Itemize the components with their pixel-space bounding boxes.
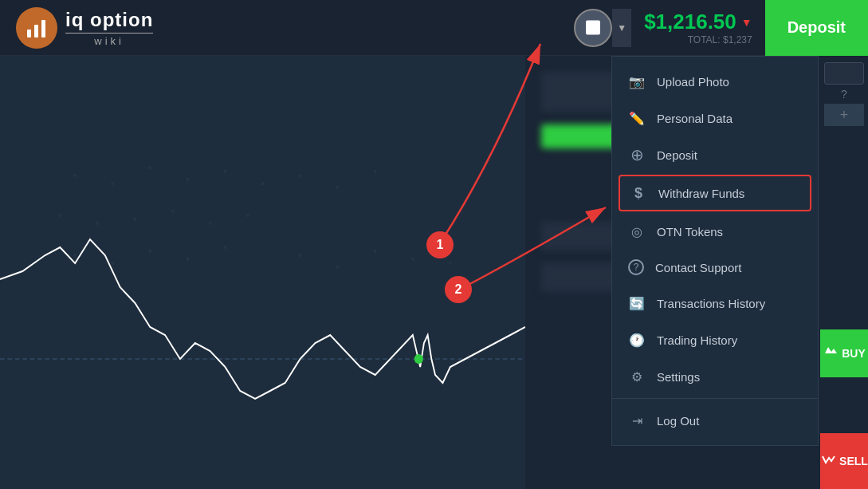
withdraw-funds-label: Withdraw Funds [658, 187, 744, 200]
deposit-label: Deposit [657, 148, 697, 162]
sell-button[interactable]: SELL [820, 433, 868, 489]
personal-data-label: Personal Data [657, 112, 732, 125]
svg-point-6 [148, 166, 151, 169]
buy-label: BUY [842, 347, 866, 360]
menu-item-otn-tokens[interactable]: ◎ OTN Tokens [612, 213, 818, 250]
header: iq option wiki ▼ $1,216.50 ▼ TOTAL: $1,2… [0, 0, 868, 56]
svg-point-30 [414, 354, 423, 364]
trading-history-icon: 🕐 [628, 331, 646, 349]
log-out-label: Log Out [657, 414, 699, 428]
balance-area[interactable]: $1,216.50 ▼ TOTAL: $1,237 [631, 10, 765, 45]
plus-button[interactable]: + [824, 104, 864, 126]
svg-point-8 [224, 170, 227, 173]
dropdown-divider [612, 398, 818, 399]
menu-item-withdraw-funds[interactable]: $ Withdraw Funds [619, 175, 811, 211]
annotation-circle-2: 2 [445, 276, 472, 303]
svg-point-17 [209, 222, 212, 225]
annotation-circle-1: 1 [426, 231, 454, 258]
deposit-icon: ⊕ [628, 146, 646, 164]
wiki-label: wiki [65, 33, 153, 47]
svg-point-26 [374, 250, 377, 253]
balance-amount: $1,216.50 ▼ [644, 10, 752, 34]
svg-point-23 [224, 246, 227, 249]
balance-total: TOTAL: $1,237 [688, 34, 752, 45]
logo-area: iq option wiki [16, 7, 153, 49]
contact-support-label: Contact Support [655, 261, 741, 274]
svg-point-16 [171, 210, 175, 213]
right-input[interactable] [824, 62, 864, 85]
svg-point-5 [111, 182, 114, 185]
menu-item-personal-data[interactable]: ✏️ Personal Data [612, 100, 818, 136]
transactions-history-label: Transactions History [657, 297, 765, 310]
withdraw-funds-icon: $ [630, 184, 647, 202]
otn-tokens-label: OTN Tokens [657, 225, 723, 239]
upload-photo-label: Upload Photo [657, 75, 729, 89]
svg-rect-3 [0, 56, 525, 489]
personal-data-icon: ✏️ [628, 109, 646, 127]
svg-rect-1 [34, 25, 38, 37]
transactions-history-icon: 🔄 [628, 294, 646, 312]
menu-item-trading-history[interactable]: 🕐 Trading History [612, 321, 818, 358]
settings-label: Settings [657, 370, 700, 384]
buy-button[interactable]: BUY [820, 329, 868, 377]
svg-point-15 [134, 218, 137, 221]
svg-point-27 [411, 258, 414, 261]
header-right: ▼ $1,216.50 ▼ TOTAL: $1,237 Deposit [574, 0, 868, 56]
right-panel: ? + BUY SELL [820, 56, 868, 489]
menu-item-log-out[interactable]: ⇥ Log Out [612, 402, 818, 439]
dropdown-menu: 📷 Upload Photo ✏️ Personal Data ⊕ Deposi… [611, 56, 819, 446]
balance-value: $1,216.50 [644, 10, 736, 34]
svg-point-20 [111, 262, 114, 265]
logo-text: iq option wiki [65, 9, 153, 47]
svg-point-18 [246, 214, 249, 217]
svg-point-7 [186, 178, 189, 181]
otn-tokens-icon: ◎ [628, 223, 646, 240]
svg-point-28 [449, 262, 452, 265]
menu-item-transactions-history[interactable]: 🔄 Transactions History [612, 285, 818, 321]
svg-point-25 [336, 266, 340, 269]
dropdown-arrow-button[interactable]: ▼ [612, 9, 631, 47]
menu-item-settings[interactable]: ⚙ Settings [612, 358, 818, 395]
menu-item-contact-support[interactable]: ? Contact Support [612, 250, 818, 285]
help-icon[interactable]: ? [841, 88, 847, 101]
sell-label: SELL [839, 455, 868, 467]
trading-history-label: Trading History [657, 333, 737, 347]
menu-item-deposit[interactable]: ⊕ Deposit [612, 136, 818, 173]
svg-point-12 [374, 170, 377, 173]
svg-point-14 [96, 222, 100, 225]
contact-support-icon: ? [628, 259, 644, 275]
logo-icon [16, 7, 57, 49]
svg-point-19 [73, 254, 77, 257]
deposit-button[interactable]: Deposit [765, 0, 868, 56]
svg-point-13 [58, 214, 61, 217]
brand-name: iq option [65, 9, 153, 31]
svg-rect-0 [27, 30, 31, 37]
svg-point-24 [299, 254, 302, 257]
settings-icon: ⚙ [628, 368, 646, 385]
svg-point-9 [261, 182, 265, 185]
svg-point-21 [148, 250, 151, 253]
balance-down-arrow: ▼ [741, 16, 752, 29]
svg-rect-2 [41, 20, 45, 37]
menu-item-upload-photo[interactable]: 📷 Upload Photo [612, 63, 818, 100]
chart-area [0, 56, 525, 489]
camera-button[interactable] [574, 9, 612, 47]
upload-photo-icon: 📷 [628, 73, 646, 90]
svg-point-22 [186, 258, 189, 261]
log-out-icon: ⇥ [628, 412, 646, 429]
svg-point-11 [336, 186, 340, 189]
svg-point-10 [299, 174, 302, 177]
svg-point-4 [73, 174, 77, 177]
